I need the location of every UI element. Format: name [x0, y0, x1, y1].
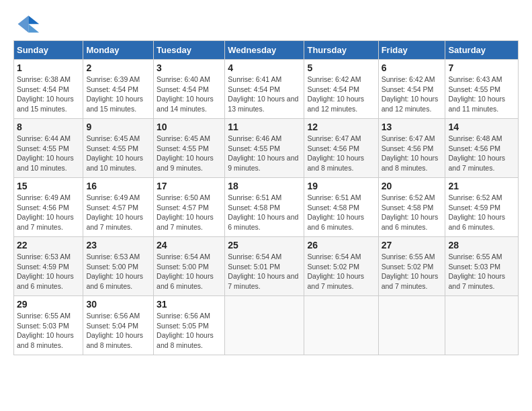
- calendar-cell: 30 Sunrise: 6:56 AMSunset: 5:04 PMDaylig…: [83, 296, 154, 355]
- day-info: Sunrise: 6:47 AMSunset: 4:56 PMDaylight:…: [307, 134, 375, 173]
- day-number: 27: [382, 240, 443, 250]
- day-number: 10: [157, 122, 222, 132]
- day-number: 20: [382, 181, 443, 191]
- day-number: 30: [86, 299, 150, 310]
- calendar-cell: [225, 296, 304, 355]
- day-number: 12: [307, 122, 375, 132]
- day-info: Sunrise: 6:39 AMSunset: 4:54 PMDaylight:…: [86, 75, 150, 114]
- logo-icon: [13, 13, 40, 34]
- day-info: Sunrise: 6:45 AMSunset: 4:55 PMDaylight:…: [157, 134, 222, 173]
- day-info: Sunrise: 6:53 AMSunset: 4:59 PMDaylight:…: [17, 252, 80, 291]
- calendar-cell: 28 Sunrise: 6:55 AMSunset: 5:03 PMDaylig…: [445, 237, 519, 296]
- day-number: 23: [86, 240, 150, 250]
- calendar-cell: 23 Sunrise: 6:53 AMSunset: 5:00 PMDaylig…: [83, 237, 154, 296]
- day-number: 17: [157, 181, 222, 191]
- day-number: 4: [228, 62, 301, 73]
- calendar-week-row: 8 Sunrise: 6:44 AMSunset: 4:55 PMDayligh…: [14, 119, 519, 178]
- calendar-cell: 16 Sunrise: 6:49 AMSunset: 4:57 PMDaylig…: [83, 178, 154, 237]
- weekday-header-monday: Monday: [83, 41, 154, 60]
- day-info: Sunrise: 6:49 AMSunset: 4:57 PMDaylight:…: [86, 193, 150, 232]
- calendar-cell: 4 Sunrise: 6:41 AMSunset: 4:54 PMDayligh…: [225, 60, 304, 119]
- calendar-cell: 20 Sunrise: 6:52 AMSunset: 4:58 PMDaylig…: [378, 178, 445, 237]
- calendar-cell: 22 Sunrise: 6:53 AMSunset: 4:59 PMDaylig…: [14, 237, 83, 296]
- day-number: 22: [17, 240, 80, 250]
- day-number: 11: [228, 122, 301, 132]
- day-number: 21: [448, 181, 515, 191]
- day-info: Sunrise: 6:53 AMSunset: 5:00 PMDaylight:…: [86, 252, 150, 291]
- day-info: Sunrise: 6:54 AMSunset: 5:02 PMDaylight:…: [307, 252, 375, 291]
- day-number: 3: [157, 62, 222, 73]
- calendar-cell: 17 Sunrise: 6:50 AMSunset: 4:57 PMDaylig…: [154, 178, 225, 237]
- day-number: 6: [382, 62, 443, 73]
- day-info: Sunrise: 6:44 AMSunset: 4:55 PMDaylight:…: [17, 134, 80, 173]
- calendar-cell: [304, 296, 378, 355]
- calendar-cell: 29 Sunrise: 6:55 AMSunset: 5:03 PMDaylig…: [14, 296, 83, 355]
- calendar-cell: 18 Sunrise: 6:51 AMSunset: 4:58 PMDaylig…: [225, 178, 304, 237]
- day-info: Sunrise: 6:40 AMSunset: 4:54 PMDaylight:…: [157, 75, 222, 114]
- day-info: Sunrise: 6:55 AMSunset: 5:03 PMDaylight:…: [448, 252, 515, 291]
- calendar-cell: 26 Sunrise: 6:54 AMSunset: 5:02 PMDaylig…: [304, 237, 378, 296]
- day-info: Sunrise: 6:43 AMSunset: 4:55 PMDaylight:…: [448, 75, 515, 114]
- day-number: 2: [86, 62, 150, 73]
- day-info: Sunrise: 6:46 AMSunset: 4:55 PMDaylight:…: [228, 134, 301, 173]
- calendar-body: 1 Sunrise: 6:38 AMSunset: 4:54 PMDayligh…: [14, 60, 519, 355]
- day-number: 5: [307, 62, 375, 73]
- calendar-week-row: 15 Sunrise: 6:49 AMSunset: 4:56 PMDaylig…: [14, 178, 519, 237]
- day-number: 8: [17, 122, 80, 132]
- day-info: Sunrise: 6:55 AMSunset: 5:03 PMDaylight:…: [17, 311, 80, 351]
- calendar-cell: [378, 296, 445, 355]
- day-info: Sunrise: 6:54 AMSunset: 5:00 PMDaylight:…: [157, 252, 222, 291]
- day-info: Sunrise: 6:55 AMSunset: 5:02 PMDaylight:…: [382, 252, 443, 291]
- day-info: Sunrise: 6:56 AMSunset: 5:04 PMDaylight:…: [86, 311, 150, 351]
- day-info: Sunrise: 6:38 AMSunset: 4:54 PMDaylight:…: [17, 75, 80, 114]
- weekday-header-thursday: Thursday: [304, 41, 378, 60]
- day-info: Sunrise: 6:56 AMSunset: 5:05 PMDaylight:…: [157, 311, 222, 351]
- day-info: Sunrise: 6:51 AMSunset: 4:58 PMDaylight:…: [228, 193, 301, 232]
- calendar-week-row: 29 Sunrise: 6:55 AMSunset: 5:03 PMDaylig…: [14, 296, 519, 355]
- calendar-cell: 3 Sunrise: 6:40 AMSunset: 4:54 PMDayligh…: [154, 60, 225, 119]
- calendar-cell: 24 Sunrise: 6:54 AMSunset: 5:00 PMDaylig…: [154, 237, 225, 296]
- day-info: Sunrise: 6:41 AMSunset: 4:54 PMDaylight:…: [228, 75, 301, 114]
- calendar-cell: 1 Sunrise: 6:38 AMSunset: 4:54 PMDayligh…: [14, 60, 83, 119]
- day-info: Sunrise: 6:49 AMSunset: 4:56 PMDaylight:…: [17, 193, 80, 232]
- weekday-header-tuesday: Tuesday: [154, 41, 225, 60]
- calendar-cell: 25 Sunrise: 6:54 AMSunset: 5:01 PMDaylig…: [225, 237, 304, 296]
- calendar-header: SundayMondayTuesdayWednesdayThursdayFrid…: [14, 41, 519, 60]
- day-info: Sunrise: 6:50 AMSunset: 4:57 PMDaylight:…: [157, 193, 222, 232]
- calendar-cell: 10 Sunrise: 6:45 AMSunset: 4:55 PMDaylig…: [154, 119, 225, 178]
- day-number: 15: [17, 181, 80, 191]
- calendar-cell: 13 Sunrise: 6:47 AMSunset: 4:56 PMDaylig…: [378, 119, 445, 178]
- day-number: 13: [382, 122, 443, 132]
- day-number: 19: [307, 181, 375, 191]
- day-info: Sunrise: 6:42 AMSunset: 4:54 PMDaylight:…: [307, 75, 375, 114]
- weekday-header-saturday: Saturday: [445, 41, 519, 60]
- calendar-cell: 31 Sunrise: 6:56 AMSunset: 5:05 PMDaylig…: [154, 296, 225, 355]
- day-info: Sunrise: 6:42 AMSunset: 4:54 PMDaylight:…: [382, 75, 443, 114]
- day-number: 7: [448, 62, 515, 73]
- weekday-header-sunday: Sunday: [14, 41, 83, 60]
- day-info: Sunrise: 6:45 AMSunset: 4:55 PMDaylight:…: [86, 134, 150, 173]
- calendar-cell: 2 Sunrise: 6:39 AMSunset: 4:54 PMDayligh…: [83, 60, 154, 119]
- day-number: 14: [448, 122, 515, 132]
- logo: [13, 13, 44, 34]
- calendar-cell: 14 Sunrise: 6:48 AMSunset: 4:56 PMDaylig…: [445, 119, 519, 178]
- day-number: 16: [86, 181, 150, 191]
- day-number: 29: [17, 299, 80, 310]
- calendar-week-row: 22 Sunrise: 6:53 AMSunset: 4:59 PMDaylig…: [14, 237, 519, 296]
- day-number: 1: [17, 62, 80, 73]
- calendar-cell: 12 Sunrise: 6:47 AMSunset: 4:56 PMDaylig…: [304, 119, 378, 178]
- calendar-week-row: 1 Sunrise: 6:38 AMSunset: 4:54 PMDayligh…: [14, 60, 519, 119]
- day-number: 25: [228, 240, 301, 250]
- calendar-table: SundayMondayTuesdayWednesdayThursdayFrid…: [13, 40, 519, 355]
- day-number: 26: [307, 240, 375, 250]
- day-info: Sunrise: 6:48 AMSunset: 4:56 PMDaylight:…: [448, 134, 515, 173]
- day-number: 24: [157, 240, 222, 250]
- day-number: 18: [228, 181, 301, 191]
- calendar-cell: 6 Sunrise: 6:42 AMSunset: 4:54 PMDayligh…: [378, 60, 445, 119]
- calendar-cell: 19 Sunrise: 6:51 AMSunset: 4:58 PMDaylig…: [304, 178, 378, 237]
- weekday-header-friday: Friday: [378, 41, 445, 60]
- calendar-cell: 5 Sunrise: 6:42 AMSunset: 4:54 PMDayligh…: [304, 60, 378, 119]
- calendar-cell: 9 Sunrise: 6:45 AMSunset: 4:55 PMDayligh…: [83, 119, 154, 178]
- calendar-cell: 15 Sunrise: 6:49 AMSunset: 4:56 PMDaylig…: [14, 178, 83, 237]
- day-number: 28: [448, 240, 515, 250]
